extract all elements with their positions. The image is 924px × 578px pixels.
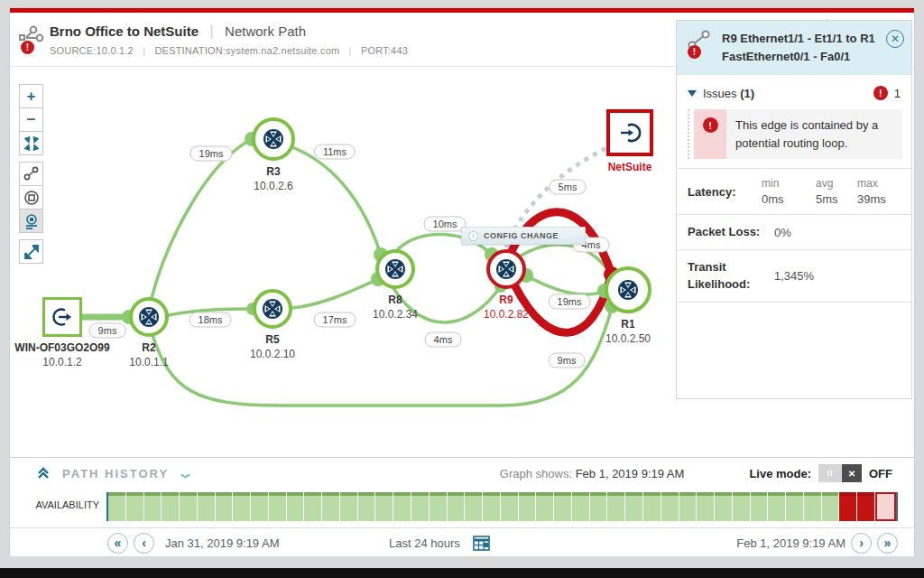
availability-segment-up[interactable] xyxy=(786,492,803,521)
availability-segment-up[interactable] xyxy=(287,492,304,521)
availability-segment-up[interactable] xyxy=(340,492,357,521)
circle-dot-lines-icon xyxy=(23,213,40,229)
issue-list-item[interactable]: ! This edge is contained by a potential … xyxy=(688,109,902,159)
jump-start-button[interactable]: « xyxy=(107,533,128,554)
availability-segment-up[interactable] xyxy=(661,492,679,521)
node-view-button[interactable] xyxy=(19,185,43,210)
availability-segment-up[interactable] xyxy=(358,492,375,521)
taskbar-strip xyxy=(0,568,924,578)
graph-node-R2[interactable]: R210.0.1.1 xyxy=(129,297,169,337)
page-subtitle: Network Path xyxy=(225,23,306,39)
collapse-triangle-icon xyxy=(688,90,697,97)
router-icon xyxy=(384,258,406,280)
destination-label: DESTINATION:system.na2.netsuite.com xyxy=(154,45,339,56)
availability-timeline[interactable] xyxy=(106,492,898,521)
graph-node-R8[interactable]: R810.0.2.34 xyxy=(375,249,415,289)
availability-segment-up[interactable] xyxy=(501,492,518,521)
availability-segment-up[interactable] xyxy=(697,492,714,521)
availability-segment-up[interactable] xyxy=(430,492,447,521)
graph-toolbar: + − xyxy=(19,85,43,264)
availability-segment-up[interactable] xyxy=(448,492,465,521)
calendar-grid-icon[interactable] xyxy=(473,536,490,551)
detail-view-button[interactable] xyxy=(19,209,43,233)
availability-segment-up[interactable] xyxy=(304,492,321,521)
availability-segment-up[interactable] xyxy=(375,492,393,521)
latency-max: 39ms xyxy=(857,192,902,206)
availability-segment-up[interactable] xyxy=(751,492,768,521)
graph-node-R5[interactable]: R510.0.2.10 xyxy=(253,289,292,329)
availability-segment-up[interactable] xyxy=(126,492,143,521)
availability-segment-up[interactable] xyxy=(804,492,821,521)
availability-segment-up[interactable] xyxy=(108,492,125,521)
availability-segment-up[interactable] xyxy=(269,492,286,521)
live-mode-toggle[interactable]: II ✕ xyxy=(818,464,862,482)
graph-edges xyxy=(10,67,678,457)
zoom-fit-button[interactable] xyxy=(19,131,43,155)
availability-segment-up[interactable] xyxy=(607,492,624,521)
zoom-out-button[interactable]: − xyxy=(19,107,43,132)
latency-row: Latency: min0ms avg5ms max39ms xyxy=(677,168,911,214)
availability-segment-up[interactable] xyxy=(322,492,339,521)
availability-segment-up[interactable] xyxy=(643,492,661,521)
availability-segment-up[interactable] xyxy=(180,492,197,521)
availability-segment-down[interactable] xyxy=(839,492,856,521)
edge-latency-label: 10ms xyxy=(424,217,467,232)
graph-node-NetSuite[interactable]: NetSuite xyxy=(606,109,653,156)
availability-segment-up[interactable] xyxy=(768,492,785,521)
graph-node-WIN-OF03GO2O99[interactable]: WIN-OF03GO2O9910.0.1.2 xyxy=(42,297,82,337)
zoom-in-button[interactable]: + xyxy=(19,84,43,108)
node-label: R510.0.2.10 xyxy=(200,333,345,360)
close-panel-button[interactable]: ✕ xyxy=(886,30,904,48)
graph-node-R9[interactable]: R910.0.2.82 xyxy=(486,249,526,289)
availability-segment-up[interactable] xyxy=(233,492,250,521)
live-mode-label: Live mode: xyxy=(749,467,811,480)
availability-segment-up[interactable] xyxy=(822,492,839,521)
availability-segment-up[interactable] xyxy=(715,492,732,521)
availability-segment-down[interactable] xyxy=(857,492,874,521)
node-label: R210.0.1.1 xyxy=(77,341,221,368)
availability-segment-up[interactable] xyxy=(536,492,553,521)
expand-icon xyxy=(24,245,39,259)
time-range-label: Last 24 hours xyxy=(389,536,460,550)
config-change-badge[interactable]: i CONFIG CHANGE xyxy=(461,227,586,245)
graph-node-R3[interactable]: R310.0.2.6 xyxy=(252,117,295,161)
router-icon xyxy=(262,298,283,320)
availability-segment-up[interactable] xyxy=(679,492,697,521)
availability-segment-up[interactable] xyxy=(465,492,482,521)
availability-segment-up[interactable] xyxy=(216,492,233,521)
collapse-panel-icon[interactable] xyxy=(37,467,50,480)
availability-segment-up[interactable] xyxy=(590,492,607,521)
fullscreen-button[interactable] xyxy=(19,239,43,264)
availability-segment-up[interactable] xyxy=(162,492,179,521)
packet-loss-row: Packet Loss: 0% xyxy=(677,214,911,249)
graph-shows-text: Graph shows: Feb 1, 2019 9:19 AM xyxy=(500,467,685,480)
availability-segment-up[interactable] xyxy=(393,492,411,521)
availability-segment-up[interactable] xyxy=(733,492,750,521)
chevron-down-icon[interactable]: ⌄ xyxy=(176,465,194,481)
availability-segment-up[interactable] xyxy=(483,492,500,521)
port-label: PORT:443 xyxy=(361,45,408,56)
topology-icon xyxy=(23,166,39,182)
graph-node-R1[interactable]: R110.0.2.50 xyxy=(605,266,651,313)
availability-segment-up[interactable] xyxy=(554,492,571,521)
square-in-circle-icon xyxy=(23,190,40,206)
step-forward-button[interactable]: › xyxy=(851,533,872,554)
step-back-button[interactable]: ‹ xyxy=(134,533,154,554)
issues-count: (1) xyxy=(740,87,754,100)
availability-segment-up[interactable] xyxy=(572,492,589,521)
config-change-icon: i xyxy=(468,231,478,241)
topology-view-button[interactable] xyxy=(19,162,43,186)
availability-segment-up[interactable] xyxy=(625,492,642,521)
availability-segment-up[interactable] xyxy=(198,492,215,521)
availability-segment-selected[interactable] xyxy=(875,492,896,521)
router-icon xyxy=(617,279,639,301)
availability-segment-up[interactable] xyxy=(144,492,162,521)
edge-latency-label: 4ms xyxy=(425,332,462,348)
jump-end-button[interactable]: » xyxy=(877,533,898,554)
availability-segment-up[interactable] xyxy=(251,492,268,521)
availability-segment-up[interactable] xyxy=(411,492,429,521)
availability-segment-up[interactable] xyxy=(519,492,536,521)
issues-section-header[interactable]: Issues (1) ! 1 xyxy=(677,75,911,107)
latency-min: 0ms xyxy=(762,192,816,206)
netpath-window: ! Brno Office to NetSuite | Network Path… xyxy=(9,7,915,555)
